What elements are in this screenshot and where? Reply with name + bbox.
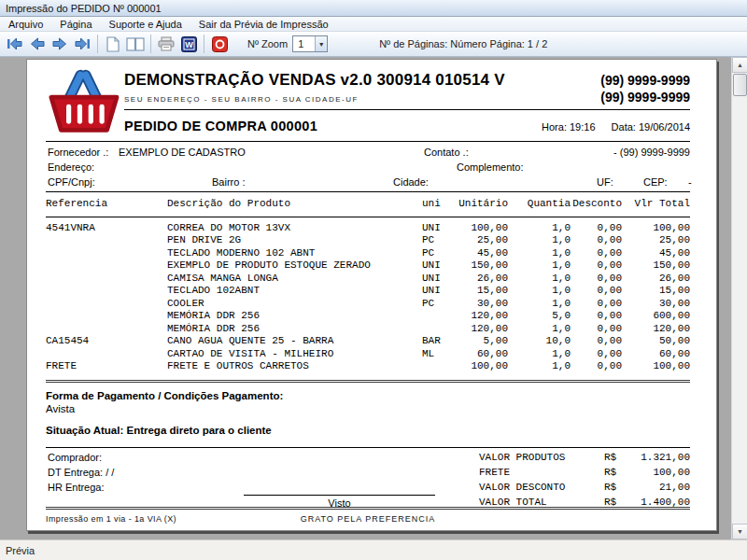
contato-phone: - (99) 9999-9999: [613, 147, 690, 158]
cell-desc: TECLADO MODERNO 102 ABNT: [167, 247, 422, 260]
total-currency: R$: [604, 450, 630, 465]
cell-ref: [46, 310, 167, 323]
cell-uni: UNI: [422, 259, 458, 273]
zoom-dropdown[interactable]: 1 ▼: [292, 35, 328, 52]
cell-ref: [46, 273, 167, 286]
prev-page-button[interactable]: [26, 34, 49, 54]
cell-total: 26,00: [622, 273, 690, 286]
payment-status: Situação Atual: Entrega direto para o cl…: [46, 425, 690, 436]
cell-total: 25,00: [622, 234, 690, 247]
cell-total: 45,00: [622, 247, 690, 260]
scroll-down-button[interactable]: ▼: [732, 524, 747, 539]
exit-preview-button[interactable]: [208, 34, 231, 54]
cell-ref: FRETE: [46, 360, 167, 373]
cell-total: 100,00: [622, 222, 690, 235]
exit-icon: [212, 36, 228, 52]
cell-uni: PC: [422, 247, 458, 260]
menu-item-4[interactable]: Sair da Prévia de Impressão: [190, 18, 337, 31]
two-page-view-button[interactable]: [124, 34, 147, 54]
thanks-note: GRATO PELA PREFERENCIA: [301, 514, 436, 524]
preview-area: DEMONSTRAÇÃO VENDAS v2.0 300914 010514 V…: [0, 57, 747, 539]
vertical-scrollbar[interactable]: ▲ ▼: [731, 57, 747, 539]
cell-disc: 0,00: [571, 247, 622, 260]
table-row: PEN DRIVE 2GPC25,001,00,0025,00: [46, 234, 690, 247]
toolbar-separator: [204, 35, 204, 53]
cell-qty: 1,0: [508, 222, 571, 235]
col-desconto: Desconto: [571, 198, 622, 211]
menu-item-1[interactable]: Arquivo: [0, 18, 51, 31]
last-page-button[interactable]: [71, 34, 93, 54]
comprador-label: Comprador:: [48, 452, 102, 463]
cell-qty: 10,0: [508, 335, 571, 348]
col-referencia: Referencia: [46, 198, 167, 211]
cell-total: 15,00: [622, 285, 690, 298]
menu-item-2[interactable]: Página: [51, 18, 100, 31]
table-row: TECLADO MODERNO 102 ABNTPC45,001,00,0045…: [46, 247, 690, 260]
cell-total: 60,00: [622, 348, 690, 361]
footer-notes: Impressão em 1 via - 1a VIA (X) GRATO PE…: [46, 510, 690, 528]
first-page-icon: [7, 37, 23, 50]
cell-desc: TECLADO 102ABNT: [167, 285, 422, 298]
cell-qty: 1,0: [508, 360, 571, 373]
fornecedor-value: EXEMPLO DE CADASTRO: [119, 147, 246, 158]
cell-unit: 45,00: [458, 247, 508, 260]
cell-qty: 5,0: [508, 310, 571, 323]
cell-unit: 100,00: [458, 222, 508, 235]
total-value: 100,00: [630, 465, 690, 480]
complemento-label: Complemento:: [457, 161, 524, 173]
total-currency: R$: [604, 480, 630, 495]
cell-disc: 0,00: [571, 285, 622, 298]
cell-total: 150,00: [622, 259, 690, 273]
total-value: 1.400,00: [630, 495, 690, 510]
uf-label: UF:: [597, 176, 613, 188]
company-phone-2: (99) 9999-9999: [600, 90, 690, 105]
order-datetime: Hora: 19:16 Data: 19/06/2014: [529, 121, 690, 133]
cell-unit: 100,00: [458, 360, 508, 373]
cell-desc: CORREA DO MOTOR 13VX: [167, 222, 422, 235]
table-row: EXEMPLO DE PRODUTO ESTOQUE ZERADOUNI150,…: [46, 259, 690, 273]
single-page-view-button[interactable]: [102, 34, 124, 54]
cell-disc: 0,00: [571, 298, 622, 311]
company-phone-1: (99) 9999-9999: [600, 73, 690, 88]
menu-item-3[interactable]: Suporte e Ajuda: [101, 18, 190, 31]
next-page-button[interactable]: [49, 34, 71, 54]
cell-uni: BAR: [422, 335, 458, 348]
cell-qty: 1,0: [508, 247, 571, 260]
company-address: SEU ENDEREÇO - SEU BAIRRO - SUA CIDADE-U…: [124, 95, 359, 104]
total-currency: R$: [604, 495, 630, 510]
export-word-button[interactable]: W: [177, 34, 200, 54]
table-row: FRETEFRETE E OUTROS CARRETOS100,001,00,0…: [46, 360, 690, 373]
print-preview-window: Impressão do PEDIDO Nº 000001 ArquivoPág…: [0, 0, 747, 560]
cep-value: -: [688, 176, 692, 188]
document-header: DEMONSTRAÇÃO VENDAS v2.0 300914 010514 V…: [46, 60, 690, 142]
print-button[interactable]: [155, 34, 177, 54]
col-quantia: Quantia: [508, 198, 571, 211]
first-page-button[interactable]: [4, 34, 26, 54]
title-bar[interactable]: Impressão do PEDIDO Nº 000001: [0, 0, 747, 17]
cell-ref: [46, 259, 167, 273]
supplier-section: Fornecedor .: EXEMPLO DE CADASTRO Contat…: [46, 142, 690, 192]
scrollbar-thumb[interactable]: [733, 74, 747, 96]
cell-uni: ML: [422, 348, 458, 361]
total-row: FRETER$100,00: [479, 465, 690, 480]
cell-desc: EXEMPLO DE PRODUTO ESTOQUE ZERADO: [167, 259, 422, 273]
last-page-icon: [74, 37, 91, 50]
total-label: VALOR TOTAL: [479, 495, 604, 510]
scroll-up-button[interactable]: ▲: [732, 57, 747, 73]
cell-qty: 1,0: [508, 285, 571, 298]
toolbar-separator: [97, 35, 98, 53]
cell-total: 100,00: [622, 360, 690, 373]
cell-desc: MEMÓRIA DDR 256: [167, 323, 422, 336]
cidade-label: Cidade:: [393, 176, 429, 188]
arrow-up-icon: ▲: [737, 62, 743, 68]
spacer: [435, 514, 690, 524]
zoom-label: Nº Zoom: [247, 38, 288, 49]
pages-info: Nº de Páginas: Número Página: 1 / 2: [379, 38, 547, 49]
cell-disc: 0,00: [571, 360, 622, 373]
cell-uni: UNI: [422, 222, 458, 235]
order-date: Data: 19/06/2014: [612, 121, 690, 133]
cell-ref: 4541VNRA: [46, 222, 167, 235]
prev-page-icon: [29, 37, 46, 50]
cell-disc: 0,00: [571, 222, 622, 235]
fornecedor-label: Fornecedor .:: [48, 147, 108, 158]
